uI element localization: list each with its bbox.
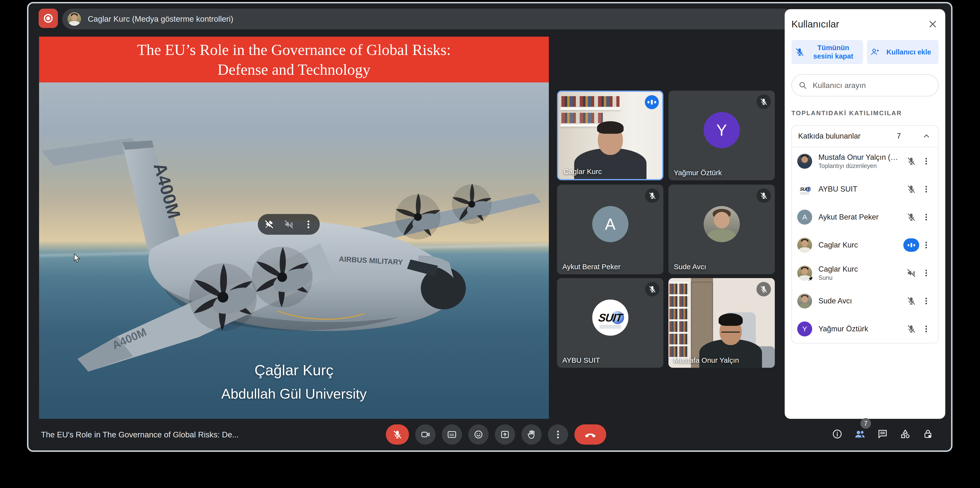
tile-name: Aykut Berat Peker (562, 263, 620, 271)
more-options-button[interactable] (920, 212, 933, 222)
people-icon[interactable]: 7 (854, 428, 866, 440)
close-icon[interactable] (927, 18, 939, 30)
mute-all-label: Tümünün sesini kapat (807, 44, 860, 60)
reactions-button[interactable] (468, 425, 488, 445)
mic-off-icon (795, 47, 805, 57)
raise-hand-icon (527, 429, 536, 440)
participants-section-label: TOPLANTIDAKİ KATILIMCILAR (791, 109, 939, 117)
tile-aybu-suit[interactable]: SUIT AYBU SUIT (557, 278, 663, 368)
avatar (797, 266, 812, 280)
more-options-button[interactable] (920, 324, 933, 334)
tile-mustafa-onur-yalcin[interactable]: Mustafa Onur Yalçın (668, 278, 775, 368)
raise-hand-button[interactable] (521, 425, 542, 445)
mic-off-icon (756, 189, 771, 203)
present-button[interactable] (495, 425, 515, 445)
participant-row[interactable]: Sude Avcı (792, 287, 938, 315)
slide-title-banner: The EU’s Role in the Governance of Globa… (39, 36, 549, 82)
mute-all-button[interactable]: Tümünün sesini kapat (791, 40, 863, 64)
slide-title-line2: Defense and Technology (39, 60, 549, 79)
participant-role: Toplantıyı düzenleyen (818, 162, 903, 170)
participant-name: AYBU SUIT (818, 185, 903, 193)
search-icon (798, 81, 807, 90)
slide-program: GRADEU Jean Monnet Module 2022-2025 (39, 418, 549, 419)
record-icon (43, 13, 54, 24)
more-options-button[interactable] (920, 185, 933, 194)
pin-icon (807, 276, 814, 282)
presentation-controls[interactable] (258, 214, 320, 235)
add-user-button[interactable]: Kullanıcı ekle (867, 40, 939, 64)
unpin-icon[interactable] (264, 219, 274, 230)
avatar: Y (797, 322, 812, 336)
presentation-slide: The EU’s Role in the Governance of Globa… (39, 36, 549, 419)
host-controls-icon[interactable] (922, 428, 934, 440)
tile-name: Yağmur Öztürk (674, 169, 722, 177)
participant-row[interactable]: SUIT AYBU SUIT (792, 175, 938, 203)
chevron-up-icon[interactable] (921, 131, 932, 141)
info-icon[interactable] (831, 428, 843, 440)
contributors-card: Katkıda bulunanlar 7 Mustafa Onur Yalçın… (791, 125, 939, 344)
avatar (797, 154, 812, 169)
participant-row[interactable]: A Aykut Berat Peker (792, 203, 938, 231)
presenter-pill[interactable]: Caglar Kurc (Medya gösterme kontrolleri) (62, 9, 794, 29)
volume-off-icon (903, 268, 920, 278)
participant-name: Yağmur Öztürk (818, 325, 903, 333)
presenter-label: Caglar Kurc (Medya gösterme kontrolleri) (88, 14, 233, 24)
mic-off-icon (645, 282, 660, 296)
search-box[interactable] (791, 74, 939, 97)
contributors-header[interactable]: Katkıda bulunanlar 7 (792, 125, 938, 147)
videocam-icon (420, 429, 430, 440)
participants-panel: Kullanıcılar Tümünün sesini kapat Kullan… (785, 9, 945, 419)
call-controls: CC (386, 425, 606, 445)
participant-row[interactable]: Caglar Kurc Sunu (792, 259, 938, 287)
tile-name: Caglar Kurc (563, 168, 601, 176)
participant-row[interactable]: Mustafa Onur Yalçın (Siz) Toplantıyı düz… (792, 147, 938, 175)
add-user-label: Kullanıcı ekle (882, 48, 935, 56)
more-options-button[interactable] (548, 425, 568, 445)
mic-off-icon (756, 282, 771, 296)
activities-icon[interactable] (899, 428, 912, 440)
participant-name: Aykut Berat Peker (818, 213, 903, 222)
participant-row[interactable]: Caglar Kurc (792, 231, 938, 259)
avatar (797, 238, 812, 253)
captions-icon: CC (447, 429, 457, 440)
slide-affiliation: Abdullah Gül University (39, 386, 549, 402)
participant-role: Sunu (818, 274, 903, 281)
bottom-right-icons: 7 (831, 428, 934, 440)
avatar-photo (704, 206, 740, 242)
suit-logo: SUIT (592, 299, 628, 336)
tile-name: Mustafa Onur Yalçın (674, 356, 739, 364)
recording-indicator[interactable] (38, 9, 58, 28)
search-input[interactable] (812, 81, 932, 90)
mic-off-icon (392, 429, 402, 440)
avatar-initial: Y (704, 112, 740, 148)
tile-yagmur-ozturk[interactable]: Y Yağmur Öztürk (668, 90, 775, 180)
captions-button[interactable]: CC (442, 425, 462, 445)
slide-photo: A400M (39, 82, 549, 419)
slide-author: Çağlar Kurç (39, 361, 549, 379)
tile-aykut-berat-peker[interactable]: A Aykut Berat Peker (557, 185, 663, 274)
meeting-title: The EU's Role in The Governance of Globa… (41, 430, 239, 439)
more-options-button[interactable] (920, 157, 933, 166)
volume-off-icon[interactable] (284, 219, 294, 230)
end-call-button[interactable] (574, 425, 606, 445)
tile-caglar-kurc[interactable]: Caglar Kurc (557, 90, 663, 180)
tile-name: AYBU SUIT (562, 356, 600, 364)
contributors-count: 7 (897, 132, 901, 141)
mic-off-icon (903, 296, 920, 306)
avatar-initial: A (592, 206, 628, 242)
participant-name: Caglar Kurc (818, 265, 903, 274)
tile-name: Sude Avcı (674, 263, 706, 271)
participant-name: Caglar Kurc (818, 241, 903, 249)
participant-row[interactable]: Y Yağmur Öztürk (792, 315, 938, 343)
camera-toggle-button[interactable] (415, 425, 436, 445)
chat-icon[interactable] (876, 428, 889, 440)
mic-off-icon (903, 212, 920, 222)
bottom-bar: The EU's Role in The Governance of Globa… (29, 420, 951, 450)
mic-toggle-button[interactable] (386, 425, 409, 445)
more-options-icon[interactable] (303, 219, 313, 230)
more-options-button[interactable] (920, 268, 933, 277)
more-options-button[interactable] (920, 241, 933, 250)
speaking-indicator (645, 95, 659, 109)
tile-sude-avci[interactable]: Sude Avcı (668, 185, 775, 274)
more-options-button[interactable] (920, 296, 933, 306)
